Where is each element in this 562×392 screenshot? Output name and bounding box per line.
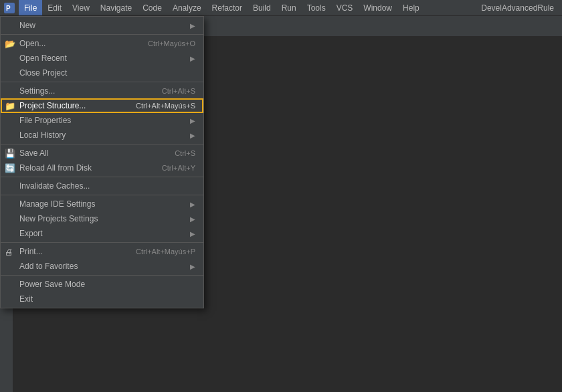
menu-item-open[interactable]: 📂 Open... Ctrl+Mayús+O [1,36,203,51]
menu-item-power-save-mode[interactable]: Power Save Mode [1,277,203,292]
menu-item-close-project[interactable]: Close Project [1,66,203,80]
menu-navigate[interactable]: Navigate [95,0,137,15]
export-arrow-icon: ▶ [190,230,195,237]
menu-analyze[interactable]: Analyze [167,0,207,15]
app-title: DevelAdvancedRule [481,3,559,13]
menu-item-add-to-favorites-label: Add to Favorites [19,262,78,271]
menu-bar: P File Edit View Navigate Code Analyze R… [0,0,562,16]
menu-item-print-label: Print... [19,247,43,256]
menu-item-local-history[interactable]: Local History ▶ [1,128,203,142]
menu-run[interactable]: Run [276,0,302,15]
menu-item-print[interactable]: 🖨 Print... Ctrl+Alt+Mayús+P [1,244,203,259]
open-shortcut: Ctrl+Mayús+O [148,39,195,47]
menu-item-reload-all[interactable]: 🔄 Reload All from Disk Ctrl+Alt+Y [1,161,203,175]
menu-item-local-history-label: Local History [19,130,66,140]
print-icon: 🖨 [5,247,13,257]
menu-item-new-projects-settings-label: New Projects Settings [19,214,98,223]
separator-7 [1,275,203,276]
separator-6 [1,242,203,243]
file-menu-dropdown: New ▶ 📂 Open... Ctrl+Mayús+O Open Recent… [0,16,204,308]
menu-item-project-structure-label: Project Structure... [19,101,86,110]
open-folder-icon: 📂 [5,39,15,49]
menu-window[interactable]: Window [358,0,397,15]
app-icon: P [3,1,16,15]
menu-tools[interactable]: Tools [302,0,331,15]
menu-vcs[interactable]: VCS [331,0,359,15]
menu-refactor[interactable]: Refactor [207,0,248,15]
add-to-favorites-arrow-icon: ▶ [190,263,195,270]
svg-text:P: P [6,5,11,12]
menu-item-close-project-label: Close Project [19,68,67,78]
print-shortcut: Ctrl+Alt+Mayús+P [136,248,195,256]
separator-5 [1,195,203,195]
save-all-icon: 💾 [5,149,15,159]
menu-file[interactable]: File [19,0,42,15]
menu-code[interactable]: Code [137,0,167,15]
new-projects-settings-arrow-icon: ▶ [190,215,195,223]
new-arrow-icon: ▶ [190,22,195,29]
reload-shortcut: Ctrl+Alt+Y [162,164,195,172]
menu-item-manage-ide-label: Manage IDE Settings [19,199,95,209]
separator-1 [1,34,203,35]
menu-item-project-structure[interactable]: 📁 Project Structure... Ctrl+Alt+Mayús+S [1,98,203,113]
menu-build[interactable]: Build [248,0,276,15]
menu-item-export[interactable]: Export ▶ [1,226,203,241]
open-recent-arrow-icon: ▶ [190,55,195,62]
menu-item-new-label: New [19,21,35,30]
project-structure-shortcut: Ctrl+Alt+Mayús+S [136,102,195,110]
menu-item-settings-label: Settings... [19,86,55,96]
menu-item-invalidate-caches[interactable]: Invalidate Caches... [1,179,203,193]
reload-icon: 🔄 [5,163,15,173]
menu-item-save-all[interactable]: 💾 Save All Ctrl+S [1,146,203,161]
menu-item-new-projects-settings[interactable]: New Projects Settings ▶ [1,211,203,226]
menu-view[interactable]: View [67,0,95,15]
manage-ide-arrow-icon: ▶ [190,201,195,208]
menu-item-open-label: Open... [19,39,45,48]
menu-item-file-properties[interactable]: File Properties ▶ [1,113,203,128]
separator-4 [1,177,203,177]
menu-item-settings[interactable]: Settings... Ctrl+Alt+S [1,84,203,98]
menu-item-new[interactable]: New ▶ [1,18,203,33]
menu-item-save-all-label: Save All [19,149,48,158]
menu-item-exit[interactable]: Exit [1,292,203,306]
file-menu: New ▶ 📂 Open... Ctrl+Mayús+O Open Recent… [0,16,204,308]
menu-item-exit-label: Exit [19,294,33,304]
separator-3 [1,144,203,144]
menu-item-export-label: Export [19,229,43,238]
separator-2 [1,82,203,82]
settings-shortcut: Ctrl+Alt+S [162,87,195,95]
menu-edit[interactable]: Edit [42,0,67,15]
save-all-shortcut: Ctrl+S [175,149,195,157]
project-structure-folder-icon: 📁 [5,101,15,111]
menu-item-add-to-favorites[interactable]: Add to Favorites ▶ [1,259,203,274]
menu-item-invalidate-caches-label: Invalidate Caches... [19,181,90,191]
file-properties-arrow-icon: ▶ [190,117,195,124]
local-history-arrow-icon: ▶ [190,132,195,139]
menu-item-manage-ide[interactable]: Manage IDE Settings ▶ [1,197,203,211]
menu-item-reload-all-label: Reload All from Disk [19,163,92,173]
menu-item-file-properties-label: File Properties [19,116,71,125]
menu-help[interactable]: Help [397,0,425,15]
menu-item-open-recent-label: Open Recent [19,54,67,63]
menu-item-open-recent[interactable]: Open Recent ▶ [1,51,203,66]
menu-item-power-save-mode-label: Power Save Mode [19,280,85,289]
